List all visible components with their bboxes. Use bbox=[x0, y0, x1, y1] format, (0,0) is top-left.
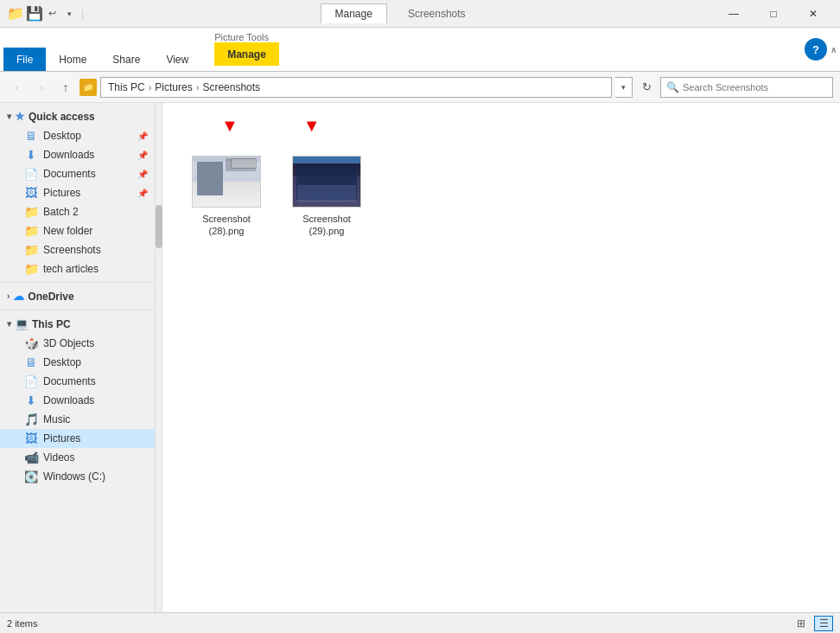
sidebar-item-documents-qa[interactable]: 📄 Documents 📌 bbox=[0, 164, 155, 183]
pictures-pc-icon: 🖼 bbox=[24, 432, 38, 445]
grid-view-button[interactable]: ⊞ bbox=[792, 616, 811, 631]
refresh-button[interactable]: ↻ bbox=[636, 77, 657, 98]
address-path[interactable]: This PC › Pictures › Screenshots bbox=[100, 77, 612, 98]
manage-tab-title[interactable]: Manage bbox=[321, 3, 387, 23]
sidebar-section-onedrive[interactable]: › ☁ OneDrive bbox=[0, 286, 155, 306]
sidebar-item-label: Windows (C:) bbox=[43, 470, 105, 483]
sidebar-item-pictures-pc[interactable]: 🖼 Pictures bbox=[0, 429, 155, 448]
file-item-screenshot-28[interactable]: Screenshot (28).png bbox=[183, 148, 270, 246]
sidebar-scroll-thumb[interactable] bbox=[156, 205, 162, 248]
pictures-folder-icon: 🖼 bbox=[24, 186, 38, 200]
sidebar-item-pictures-qa[interactable]: 🖼 Pictures 📌 bbox=[0, 183, 155, 202]
file-item-screenshot-29[interactable]: Screenshot (29).png bbox=[283, 148, 370, 246]
maximize-button[interactable]: □ bbox=[754, 0, 793, 28]
tab-file[interactable]: File bbox=[3, 48, 46, 71]
sidebar-item-new-folder[interactable]: 📁 New folder bbox=[0, 221, 155, 240]
window-controls: — □ ✕ bbox=[714, 0, 833, 28]
pin-icon: 📌 bbox=[137, 189, 148, 198]
sidebar-divider-1 bbox=[0, 282, 155, 283]
videos-icon: 📹 bbox=[24, 451, 38, 464]
sidebar-item-label: 3D Objects bbox=[43, 337, 94, 349]
cloud-icon: ☁ bbox=[13, 290, 24, 303]
pin-icon: 📌 bbox=[137, 131, 148, 141]
close-button[interactable]: ✕ bbox=[793, 0, 833, 28]
sidebar-item-label: Pictures bbox=[43, 432, 80, 444]
sidebar-item-videos[interactable]: 📹 Videos bbox=[0, 448, 155, 467]
ribbon-expand-button[interactable]: ∧ bbox=[830, 45, 837, 54]
help-button[interactable]: ? bbox=[805, 38, 827, 61]
sidebar-item-tech-articles[interactable]: 📁 tech articles bbox=[0, 259, 155, 278]
list-view-button[interactable]: ☰ bbox=[814, 616, 833, 631]
pin-icon: 📌 bbox=[137, 150, 148, 160]
sidebar-item-label: Downloads bbox=[43, 394, 94, 406]
save-icon[interactable]: 💾 bbox=[28, 7, 41, 21]
pin-icon: 📌 bbox=[137, 169, 148, 179]
tech-articles-folder-icon: 📁 bbox=[24, 262, 38, 276]
back-button[interactable]: ‹ bbox=[7, 77, 28, 98]
music-icon: 🎵 bbox=[24, 412, 38, 426]
address-bar: ‹ › ↑ 📁 This PC › Pictures › Screenshots… bbox=[0, 72, 840, 103]
computer-icon: 💻 bbox=[15, 317, 29, 330]
file-name-29: Screenshot (29).png bbox=[291, 213, 362, 238]
new-folder-icon: 📁 bbox=[24, 224, 38, 238]
desktop-pc-icon: 🖥 bbox=[24, 355, 38, 369]
minimize-button[interactable]: — bbox=[714, 0, 754, 28]
sidebar-item-label: New folder bbox=[43, 225, 92, 237]
toolbar-dropdown-icon[interactable]: ▾ bbox=[62, 7, 76, 21]
up-button[interactable]: ↑ bbox=[55, 77, 76, 98]
sidebar-item-label: Desktop bbox=[43, 356, 81, 368]
thumb-taskbar bbox=[293, 157, 360, 163]
sidebar-section-quick-access[interactable]: ▾ ★ Quick access bbox=[0, 106, 155, 126]
content-area: ▼ ▼ Screenshot (28).png Screenshot bbox=[162, 103, 840, 612]
sidebar-item-windows-c[interactable]: 💽 Windows (C:) bbox=[0, 467, 155, 486]
status-bar: 2 items ⊞ ☰ bbox=[0, 612, 840, 633]
file-thumbnail-29 bbox=[292, 156, 361, 208]
sidebar-item-downloads-qa[interactable]: ⬇ Downloads 📌 bbox=[0, 145, 155, 164]
sidebar-item-batch2[interactable]: 📁 Batch 2 bbox=[0, 202, 155, 221]
file-name-28: Screenshot (28).png bbox=[191, 213, 262, 238]
sidebar-item-3d-objects[interactable]: 🎲 3D Objects bbox=[0, 334, 155, 353]
sidebar-item-label: Desktop bbox=[43, 130, 81, 142]
path-sep-2: › bbox=[196, 82, 200, 93]
sidebar-section-this-pc[interactable]: ▾ 💻 This PC bbox=[0, 314, 155, 334]
thumb-person-shape bbox=[197, 161, 223, 194]
forward-button[interactable]: › bbox=[31, 77, 52, 98]
tab-share[interactable]: Share bbox=[99, 48, 153, 71]
app-icon: 📁 bbox=[7, 5, 24, 22]
view-toggle-group: ⊞ ☰ bbox=[792, 616, 833, 631]
undo-icon[interactable]: ↩ bbox=[45, 7, 59, 21]
sidebar-divider-2 bbox=[0, 310, 155, 310]
thumb-screen bbox=[296, 165, 357, 200]
tab-home[interactable]: Home bbox=[46, 48, 99, 71]
tab-view[interactable]: View bbox=[153, 48, 201, 71]
quick-access-toolbar: 💾 ↩ ▾ | bbox=[28, 7, 86, 21]
file-thumbnail-28 bbox=[192, 156, 261, 208]
search-box[interactable]: 🔍 bbox=[660, 77, 833, 98]
thumb-top-bar bbox=[193, 157, 260, 162]
file-grid: Screenshot (28).png Screenshot (29).png bbox=[176, 141, 826, 253]
documents-pc-icon: 📄 bbox=[24, 374, 38, 388]
path-screenshots[interactable]: Screenshots bbox=[202, 81, 260, 93]
sidebar-item-music[interactable]: 🎵 Music bbox=[0, 410, 155, 429]
sidebar-item-screenshots-qa[interactable]: 📁 Screenshots bbox=[0, 240, 155, 259]
path-indicators: ▼ ▼ bbox=[176, 117, 826, 134]
sidebar-item-desktop-pc[interactable]: 🖥 Desktop bbox=[0, 353, 155, 372]
sidebar-scrollbar[interactable] bbox=[156, 103, 162, 612]
desktop-folder-icon: 🖥 bbox=[24, 129, 38, 143]
3d-objects-icon: 🎲 bbox=[24, 336, 38, 350]
sidebar: ▾ ★ Quick access 🖥 Desktop 📌 ⬇ Downloads… bbox=[0, 103, 156, 612]
picture-tools-label: Picture Tools bbox=[214, 32, 269, 42]
path-this-pc[interactable]: This PC bbox=[108, 81, 145, 93]
path-pictures[interactable]: Pictures bbox=[155, 81, 192, 93]
sidebar-item-downloads-pc[interactable]: ⬇ Downloads bbox=[0, 391, 155, 410]
sidebar-item-label: tech articles bbox=[43, 263, 99, 275]
tab-manage[interactable]: Manage bbox=[214, 42, 279, 66]
drive-icon: 💽 bbox=[24, 470, 38, 483]
path-folder-icon: 📁 bbox=[80, 79, 97, 96]
sidebar-item-desktop-qa[interactable]: 🖥 Desktop 📌 bbox=[0, 126, 155, 145]
sidebar-item-documents-pc[interactable]: 📄 Documents bbox=[0, 372, 155, 391]
path-dropdown-button[interactable]: ▾ bbox=[615, 77, 633, 98]
search-input[interactable] bbox=[683, 82, 812, 93]
ribbon-tab-bar: File Home Share View Picture Tools Manag… bbox=[0, 28, 840, 71]
sidebar-item-label: Videos bbox=[43, 451, 74, 464]
